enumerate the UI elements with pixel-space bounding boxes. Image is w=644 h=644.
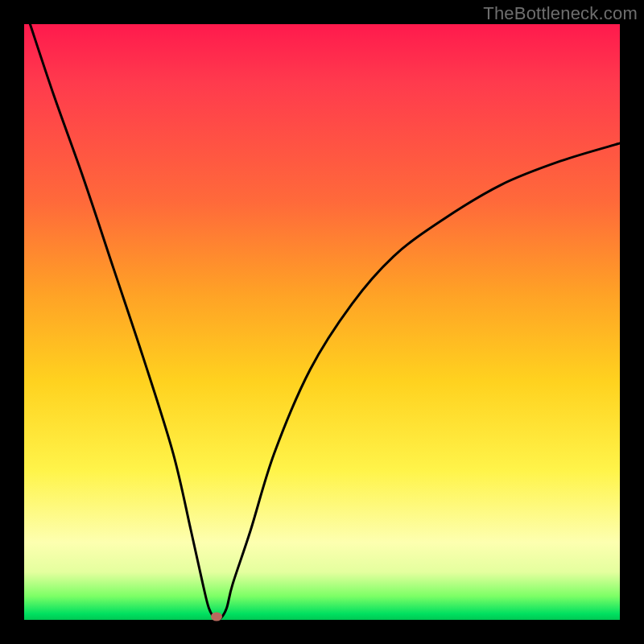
minimum-marker xyxy=(211,613,222,621)
bottleneck-curve-path xyxy=(30,24,620,619)
watermark-text: TheBottleneck.com xyxy=(483,3,638,24)
curve-svg xyxy=(24,24,620,620)
chart-frame: TheBottleneck.com xyxy=(0,0,644,644)
plot-area xyxy=(24,24,620,620)
